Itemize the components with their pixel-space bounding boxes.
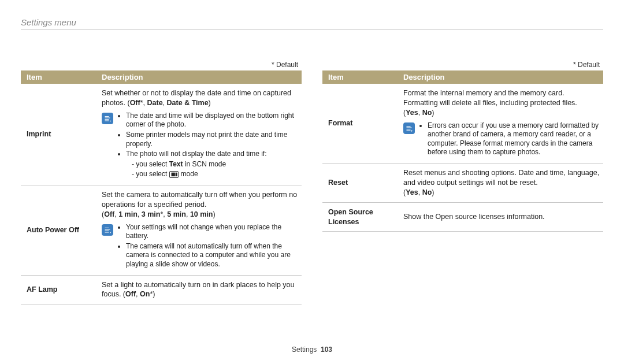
apo-opt-1min: 1 min — [118, 210, 138, 218]
format-opt-yes: Yes — [406, 109, 418, 117]
sep: , — [163, 99, 167, 107]
settings-table-left: Item Description Imprint Set whether or … — [21, 70, 302, 304]
imprint-text: Set whether or not to display the date a… — [102, 89, 291, 107]
note-icon — [102, 224, 113, 236]
footer-page-number: 103 — [321, 346, 332, 354]
imprint-sub-1: you select Text in SCN mode — [132, 160, 298, 169]
imprint-notes: The date and time will be displayed on t… — [118, 112, 298, 180]
col-header-description: Description — [96, 70, 302, 84]
desc-imprint: Set whether or not to display the date a… — [96, 84, 302, 185]
item-imprint: Imprint — [21, 84, 96, 185]
sep: , — [136, 290, 140, 298]
desc-auto-power-off: Set the camera to automatically turn off… — [96, 185, 302, 275]
item-format: Format — [322, 84, 398, 164]
sub1-bold: Text — [169, 160, 183, 168]
format-note-box: Errors can occur if you use a memory car… — [403, 121, 600, 158]
imprint-note-3: The photo will not display the date and … — [126, 150, 298, 179]
note-icon — [102, 113, 113, 124]
sep: *, — [140, 99, 147, 107]
default-note: * Default — [322, 61, 603, 69]
format-note-1: Errors can occur if you use a memory car… — [428, 121, 600, 157]
apo-opt-3min: 3 min — [142, 210, 161, 218]
reset-opt-yes: Yes — [406, 188, 418, 196]
imprint-note-1: The date and time will be displayed on t… — [126, 112, 298, 129]
imprint-note-3-text: The photo will not display the date and … — [126, 150, 266, 158]
apo-note-box: Your settings will not change when you r… — [102, 223, 298, 270]
imprint-opt-datetime: Date & Time — [167, 99, 209, 107]
manual-page: Settings menu * Default Item Description… — [0, 0, 624, 364]
reset-options: (Yes, No) — [403, 188, 434, 196]
sub1-pre: you select — [136, 160, 169, 168]
row-open-source-licenses: Open Source Licenses Show the Open sourc… — [322, 202, 603, 232]
imprint-opt-date: Date — [147, 99, 163, 107]
format-opt-no: No — [422, 109, 432, 117]
apo-opt-10min: 10 min — [190, 210, 213, 218]
sep: , — [418, 188, 422, 196]
close: ) — [432, 109, 434, 117]
divider — [21, 29, 603, 29]
section-title: Settings menu — [21, 17, 603, 27]
row-af-lamp: AF Lamp Set a light to automatically tur… — [21, 275, 302, 304]
format-options: (Yes, No) — [403, 109, 434, 117]
close: ) — [213, 210, 215, 218]
sub1-post: in SCN mode — [183, 160, 226, 168]
imprint-sublist: you select Text in SCN mode you select ▮… — [126, 160, 298, 179]
item-open-source-licenses: Open Source Licenses — [322, 202, 398, 232]
sub2-pre: you select — [136, 170, 169, 178]
col-header-item: Item — [322, 70, 398, 84]
page-footer: Settings 103 — [0, 346, 624, 354]
note-icon — [403, 122, 415, 134]
aflamp-post: *) — [150, 290, 155, 298]
sep: , — [138, 210, 142, 218]
row-imprint: Imprint Set whether or not to display th… — [21, 84, 302, 185]
aflamp-opt-off: Off — [125, 290, 136, 298]
apo-opt-5min: 5 min — [167, 210, 186, 218]
imprint-sub-2: you select ▮▮▮ mode — [132, 170, 298, 179]
reset-text: Reset menus and shooting options. Date a… — [403, 169, 599, 187]
footer-section: Settings — [292, 346, 317, 354]
format-notes: Errors can occur if you use a memory car… — [419, 121, 600, 158]
movie-mode-icon: ▮▮▮ — [169, 171, 179, 178]
apo-options: (Off, 1 min, 3 min*, 5 min, 10 min) — [102, 210, 216, 218]
imprint-opt-off: Off — [130, 99, 140, 107]
apo-notes: Your settings will not change when you r… — [118, 223, 298, 270]
right-column: * Default Item Description Format Format… — [322, 61, 603, 304]
sep: , — [418, 109, 422, 117]
aflamp-opt-on: On — [140, 290, 150, 298]
content-columns: * Default Item Description Imprint Set w… — [21, 61, 603, 304]
desc-open-source-licenses: Show the Open source licenses informatio… — [398, 202, 603, 232]
row-reset: Reset Reset menus and shooting options. … — [322, 164, 603, 203]
desc-reset: Reset menus and shooting options. Date a… — [398, 164, 603, 203]
reset-opt-no: No — [422, 188, 432, 196]
sep: *, — [160, 210, 167, 218]
apo-note-2: The camera will not automatically turn o… — [126, 242, 298, 269]
close: ) — [432, 188, 434, 196]
desc-af-lamp: Set a light to automatically turn on in … — [96, 275, 302, 304]
item-auto-power-off: Auto Power Off — [21, 185, 96, 275]
left-column: * Default Item Description Imprint Set w… — [21, 61, 302, 304]
item-reset: Reset — [322, 164, 398, 203]
default-note: * Default — [21, 61, 302, 69]
row-auto-power-off: Auto Power Off Set the camera to automat… — [21, 185, 302, 275]
apo-opt-off: Off — [104, 210, 114, 218]
col-header-item: Item — [21, 70, 96, 84]
format-text: Format the internal memory and the memor… — [403, 89, 577, 107]
sub2-post: mode — [179, 170, 198, 178]
apo-text: Set the camera to automatically turn off… — [102, 191, 297, 209]
imprint-desc-post: ) — [209, 99, 211, 107]
row-format: Format Format the internal memory and th… — [322, 84, 603, 164]
apo-note-1: Your settings will not change when you r… — [126, 223, 298, 241]
imprint-note-2: Some printer models may not print the da… — [126, 131, 298, 148]
sep: , — [186, 210, 190, 218]
imprint-note-box: The date and time will be displayed on t… — [102, 112, 298, 180]
item-af-lamp: AF Lamp — [21, 275, 96, 304]
desc-format: Format the internal memory and the memor… — [398, 84, 603, 164]
settings-table-right: Item Description Format Format the inter… — [322, 70, 603, 232]
col-header-description: Description — [398, 70, 603, 84]
aflamp-text: Set a light to automatically turn on in … — [102, 281, 295, 299]
